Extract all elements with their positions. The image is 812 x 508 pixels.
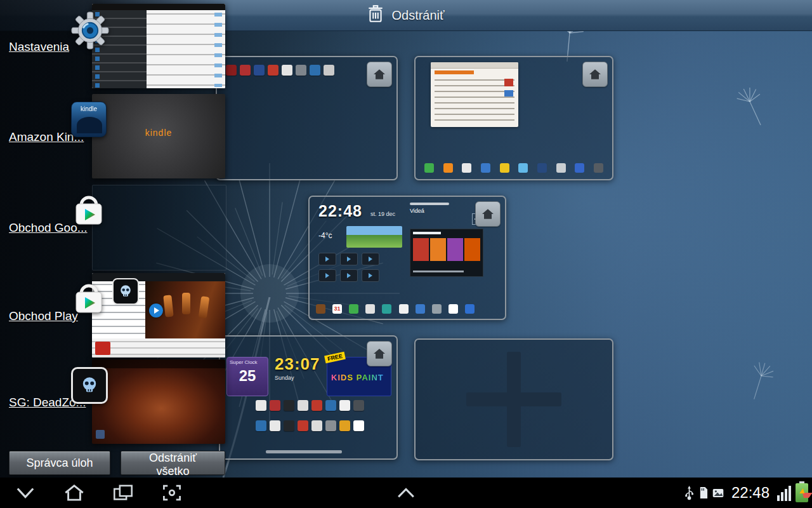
kindle-app-icon: kindle <box>71 102 107 137</box>
task-label: Nastavenia <box>9 40 69 54</box>
mini-calendar-icon: 31 <box>332 304 342 314</box>
digital-clock-dayname: Sunday <box>275 375 320 381</box>
settings-app-icon <box>71 11 109 52</box>
play-store-app-icon <box>71 192 107 231</box>
video-play-icon <box>149 304 163 318</box>
signal-strength-icon <box>777 485 791 501</box>
play-store-app-icon <box>71 281 107 319</box>
status-clock: 22:48 <box>731 484 769 502</box>
site-logo <box>95 342 110 355</box>
storage-card-icon <box>698 486 708 499</box>
system-bar: 22:48 <box>0 478 812 508</box>
nav-buttons <box>11 481 186 504</box>
widget-clock-date: st. 19 dec <box>370 211 395 217</box>
task-thumbnail-game-page[interactable] <box>92 273 225 358</box>
status-cluster[interactable]: 22:48 <box>684 478 808 508</box>
media-controls-row2 <box>318 269 379 282</box>
digital-clock-widget: 23:07 Sunday <box>275 354 320 381</box>
page-caption-placeholder <box>266 450 342 453</box>
home-button[interactable] <box>60 481 88 504</box>
recent-apps-icon <box>112 483 134 503</box>
gallery-image-icon <box>712 488 724 498</box>
kindle-logo-text: kindle <box>145 128 173 138</box>
media-hub-panel: Videá <box>410 201 485 297</box>
task-label: Obchod Play <box>9 309 78 323</box>
free-badge: FREE <box>324 352 346 363</box>
mini-dock-icons: 31 <box>316 304 475 314</box>
delete-label: Odstrániť <box>391 8 444 23</box>
mini-browser-window <box>431 62 518 127</box>
task-thumbnail-deadzone[interactable] <box>92 359 225 444</box>
recent-task-settings[interactable]: Nastavenia <box>0 4 228 90</box>
kids-paint-title: KIDS PAINT <box>331 373 384 382</box>
media-thumbnails-panel <box>410 229 483 277</box>
add-home-page-button[interactable] <box>414 338 613 460</box>
weather-photo <box>346 226 402 248</box>
home-badge-icon[interactable] <box>475 201 501 227</box>
sg-deadzone-app-icon <box>71 367 108 404</box>
screen-capture-button[interactable] <box>158 481 186 504</box>
remove-all-button[interactable]: Odstrániť všetko <box>121 451 225 475</box>
task-thumbnail-settings[interactable] <box>92 4 225 88</box>
recents-button[interactable] <box>109 481 137 504</box>
home-page-thumb-main[interactable]: 22:48 st. 19 dec -4°c Videá 31 <box>308 196 506 320</box>
media-controls-row <box>318 253 379 265</box>
mini-dock-icons <box>424 163 603 173</box>
task-manager-button[interactable]: Správca úloh <box>9 451 110 475</box>
chevron-down-icon <box>12 485 39 501</box>
quick-launch-button[interactable] <box>386 480 426 505</box>
home-badge-icon[interactable] <box>367 62 392 87</box>
recent-task-kindle[interactable]: kindle kindle Amazon Kin... <box>0 94 228 180</box>
home-badge-icon[interactable] <box>367 341 392 366</box>
recent-task-play-store[interactable]: Obchod Goo... <box>0 185 228 271</box>
usb-icon <box>684 485 694 500</box>
recent-task-play-game-page[interactable]: Obchod Play <box>0 273 228 359</box>
recent-task-sg-deadzone[interactable]: SG: DeadZo... <box>0 359 228 446</box>
videos-label: Videá <box>410 208 424 214</box>
back-button[interactable] <box>11 481 39 504</box>
home-page-thumb-2[interactable] <box>414 56 613 180</box>
digital-clock-time: 23:07 <box>275 354 320 373</box>
widget-weather-temp: -4°c <box>318 231 332 240</box>
home-badge-icon[interactable] <box>582 62 608 87</box>
chevron-up-icon <box>393 486 419 500</box>
task-thumbnail-kindle[interactable]: kindle <box>92 94 225 178</box>
trash-icon[interactable] <box>367 4 384 26</box>
widget-clock-time: 22:48 <box>318 202 362 220</box>
screen: Odstrániť 22:48 st. 19 dec -4°c <box>0 0 812 508</box>
battery-icon <box>796 483 808 502</box>
task-thumbnail-play-store[interactable] <box>92 185 226 271</box>
screen-capture-icon <box>160 483 183 503</box>
game-icon-small <box>112 278 139 305</box>
home-icon <box>63 483 86 503</box>
